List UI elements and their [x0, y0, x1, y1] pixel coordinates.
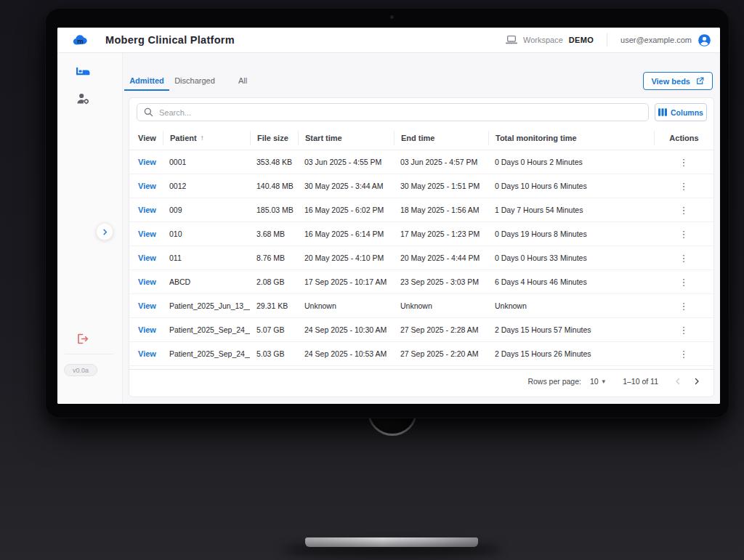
column-header-file-size[interactable]: File size	[250, 131, 298, 145]
monitor-shadow	[282, 543, 501, 556]
webcam-dot	[390, 15, 394, 19]
row-menu-kebab-icon[interactable]: ⋮	[675, 324, 693, 336]
sidebar-item-users[interactable]	[73, 89, 92, 108]
sidebar-expand-button[interactable]	[96, 223, 113, 240]
view-link[interactable]: View	[129, 182, 163, 190]
account-circle-icon	[698, 33, 711, 47]
columns-icon	[658, 108, 667, 116]
table-row: View0118.76 MB20 May 2025 - 4:10 PM20 Ma…	[129, 246, 713, 270]
cell-start-time: 20 May 2025 - 4:10 PM	[298, 253, 394, 262]
open-in-new-icon	[695, 76, 705, 86]
user-email: user@example.com	[620, 36, 692, 44]
patients-card: Columns ViewPatient↑File sizeStart timeE…	[129, 97, 714, 397]
cell-start-time: 30 May 2025 - 3:44 AM	[298, 182, 394, 190]
cell-file-size: 29.31 KB	[250, 301, 298, 310]
account-button[interactable]	[698, 33, 711, 47]
sidebar-divider	[65, 354, 113, 354]
row-menu-kebab-icon[interactable]: ⋮	[675, 180, 693, 192]
view-link[interactable]: View	[129, 230, 163, 238]
cell-end-time: 23 Sep 2025 - 3:03 PM	[394, 277, 488, 286]
column-header-total-monitoring-time[interactable]: Total monitoring time	[488, 131, 654, 145]
columns-button[interactable]: Columns	[655, 103, 707, 121]
row-menu-kebab-icon[interactable]: ⋮	[675, 228, 693, 240]
view-link[interactable]: View	[129, 206, 163, 214]
row-actions: ⋮	[654, 252, 713, 264]
cell-total-time: 2 Days 15 Hours 57 Minutes	[488, 325, 654, 334]
column-header-label: Patient	[170, 134, 197, 142]
svg-text:m: m	[77, 37, 83, 45]
search-input[interactable]	[153, 108, 648, 117]
tab-admitted[interactable]: Admitted	[123, 72, 171, 91]
view-link[interactable]: View	[129, 325, 163, 334]
cell-end-time: 20 May 2025 - 4:44 PM	[394, 253, 488, 262]
cell-file-size: 8.76 MB	[250, 253, 298, 262]
caret-down-icon: ▾	[602, 378, 606, 385]
column-header-end-time[interactable]: End time	[394, 131, 488, 145]
cell-start-time: Unknown	[298, 301, 394, 310]
sidebar: v0.0a	[57, 53, 123, 404]
moberg-cloud-logo-icon: m	[72, 33, 89, 47]
cell-end-time: 18 May 2025 - 1:56 AM	[394, 206, 488, 214]
cell-start-time: 24 Sep 2025 - 10:30 AM	[298, 325, 394, 334]
cell-end-time: Unknown	[394, 301, 488, 310]
cell-file-size: 3.68 MB	[250, 230, 298, 238]
column-header-view[interactable]: View	[129, 131, 163, 145]
tab-all[interactable]: All	[219, 72, 267, 91]
row-menu-kebab-icon[interactable]: ⋮	[675, 276, 693, 288]
column-header-patient[interactable]: Patient↑	[163, 131, 250, 145]
view-link[interactable]: View	[129, 253, 163, 262]
column-header-start-time[interactable]: Start time	[298, 131, 394, 145]
workspace-value[interactable]: DEMO	[569, 36, 594, 44]
cell-patient: Patient_2025_Jun_13__…	[163, 301, 250, 310]
row-menu-kebab-icon[interactable]: ⋮	[675, 156, 693, 169]
bed-icon	[76, 66, 90, 76]
logout-button[interactable]	[73, 329, 92, 348]
row-menu-kebab-icon[interactable]: ⋮	[675, 348, 693, 360]
row-menu-kebab-icon[interactable]: ⋮	[675, 204, 693, 216]
cell-patient: ABCD	[163, 277, 250, 286]
cell-end-time: 30 May 2025 - 1:51 PM	[394, 182, 488, 190]
rows-per-page-value: 10	[590, 377, 599, 386]
previous-page-button[interactable]	[668, 372, 687, 391]
cell-total-time: 0 Days 19 Hours 8 Minutes	[488, 230, 654, 238]
cell-total-time: 0 Days 0 Hours 2 Minutes	[488, 158, 654, 166]
main-content: AdmittedDischargedAll View beds	[123, 53, 720, 404]
view-link[interactable]: View	[129, 277, 163, 286]
view-link[interactable]: View	[129, 349, 163, 358]
column-header-actions[interactable]: Actions	[654, 131, 713, 145]
cell-end-time: 03 Jun 2025 - 4:57 PM	[394, 158, 488, 166]
table-row: View0001353.48 KB03 Jun 2025 - 4:55 PM03…	[129, 150, 713, 174]
row-actions: ⋮	[654, 180, 713, 192]
row-menu-kebab-icon[interactable]: ⋮	[675, 300, 693, 312]
cell-patient: 0001	[163, 158, 250, 166]
manage-users-icon	[77, 93, 89, 105]
cell-total-time: 2 Days 15 Hours 26 Minutes	[488, 349, 654, 358]
cell-patient: 009	[163, 206, 250, 214]
view-link[interactable]: View	[129, 301, 163, 310]
app-window: m Moberg Clinical Platform Workspace DEM…	[57, 28, 720, 404]
rows-per-page-select[interactable]: 10 ▾	[590, 377, 605, 386]
cell-start-time: 16 May 2025 - 6:14 PM	[298, 230, 394, 238]
cell-patient: 010	[163, 230, 250, 238]
chevron-right-icon	[692, 377, 701, 386]
view-beds-button[interactable]: View beds	[643, 72, 713, 90]
workspace-label: Workspace	[523, 36, 563, 44]
appbar-right: Workspace DEMO user@example.com	[506, 28, 711, 53]
table-row: ViewPatient_2025_Jun_13__…29.31 KBUnknow…	[129, 294, 713, 318]
next-page-button[interactable]	[687, 372, 706, 391]
table-header-row: ViewPatient↑File sizeStart timeEnd timeT…	[129, 126, 713, 150]
tab-discharged[interactable]: Discharged	[171, 72, 219, 91]
cell-file-size: 185.03 MB	[250, 206, 298, 214]
cell-file-size: 2.08 GB	[250, 277, 298, 286]
cell-patient: 0012	[163, 182, 250, 190]
row-actions: ⋮	[654, 324, 713, 336]
view-beds-label: View beds	[651, 77, 690, 86]
row-menu-kebab-icon[interactable]: ⋮	[675, 252, 693, 264]
table-row: ViewPatient_2025_Sep_24__…5.03 GB24 Sep …	[129, 342, 713, 366]
chevron-right-icon	[101, 228, 109, 236]
view-link[interactable]: View	[129, 158, 163, 166]
cell-start-time: 03 Jun 2025 - 4:55 PM	[298, 158, 394, 166]
row-actions: ⋮	[654, 228, 713, 240]
sidebar-item-beds[interactable]	[73, 62, 92, 81]
table-row: View0103.68 MB16 May 2025 - 6:14 PM17 Ma…	[129, 222, 713, 246]
